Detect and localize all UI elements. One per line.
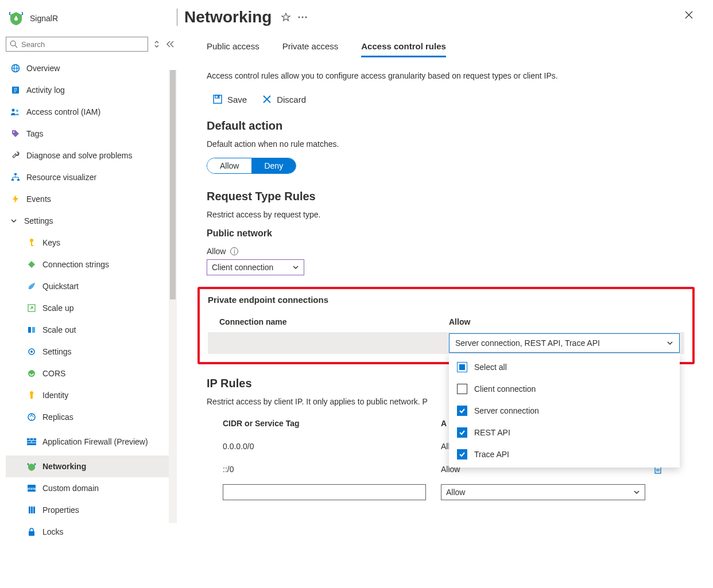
scrollbar-thumb[interactable]: [170, 70, 176, 299]
nav-quickstart[interactable]: Quickstart: [6, 275, 177, 297]
nav-label: Activity log: [26, 85, 65, 95]
nav-scale-up[interactable]: Scale up: [6, 297, 177, 319]
globe-icon: [10, 63, 21, 73]
action-select[interactable]: Allow: [441, 484, 645, 500]
tab-public-access[interactable]: Public access: [207, 41, 259, 57]
save-icon: [212, 94, 223, 104]
nav-label: Settings: [24, 216, 53, 225]
checkbox-indeterminate-icon: [457, 362, 467, 372]
dd-label: Trace API: [474, 450, 509, 459]
svg-point-38: [34, 464, 36, 465]
nav-settings-group[interactable]: Settings: [6, 210, 177, 232]
page-title: Networking: [184, 8, 272, 26]
hierarchy-icon: [10, 172, 21, 182]
collapse-sidebar-icon[interactable]: [165, 40, 175, 48]
nav-access-control[interactable]: Access control (IAM): [6, 101, 177, 123]
expand-collapse-icon[interactable]: [154, 40, 160, 49]
nav-settings[interactable]: Settings: [6, 341, 177, 363]
sidebar-nav: Overview Activity log Access control (IA…: [6, 57, 177, 543]
dd-trace-api[interactable]: Trace API: [449, 443, 680, 465]
save-button[interactable]: Save: [212, 94, 247, 104]
svg-rect-1: [16, 16, 17, 18]
nav-resource-visualizer[interactable]: Resource visualizer: [6, 166, 177, 188]
scale-out-icon: [26, 325, 37, 335]
nav-label: Identity: [42, 391, 68, 400]
nav-cors[interactable]: CORS: [6, 363, 177, 384]
ip-rule-new-row: Allow: [207, 481, 690, 504]
nav-diagnose[interactable]: Diagnose and solve problems: [6, 145, 177, 166]
nav-activity-log[interactable]: Activity log: [6, 79, 177, 101]
nav-connection-strings[interactable]: Connection strings: [6, 254, 177, 275]
tab-access-control-rules[interactable]: Access control rules: [361, 41, 446, 57]
deny-pill[interactable]: Deny: [251, 158, 296, 173]
nav-label: Events: [26, 194, 51, 204]
svg-rect-29: [30, 394, 33, 399]
cidr-input[interactable]: [223, 484, 426, 500]
checkbox-checked-icon: [457, 406, 467, 416]
svg-rect-43: [33, 507, 35, 513]
private-endpoint-row: Server connection, REST API, Trace API S…: [208, 332, 684, 354]
nav-events[interactable]: Events: [6, 188, 177, 210]
nav-replicas[interactable]: Replicas: [6, 406, 177, 428]
search-input[interactable]: [21, 40, 144, 49]
nav-overview[interactable]: Overview: [6, 57, 177, 79]
more-icon[interactable]: [298, 16, 307, 18]
nav-identity[interactable]: Identity: [6, 384, 177, 406]
nav-app-firewall[interactable]: Application Firewall (Preview): [6, 428, 177, 455]
select-value: Server connection, REST API, Trace API: [455, 338, 600, 348]
allow-pill[interactable]: Allow: [207, 158, 251, 173]
allow-dropdown: Server connection, REST API, Trace API S…: [449, 333, 680, 353]
sidebar-scrollbar[interactable]: [169, 70, 177, 523]
svg-point-45: [299, 17, 300, 18]
dd-select-all[interactable]: Select all: [449, 356, 680, 378]
cidr-value: ::/0: [223, 465, 441, 474]
svg-rect-42: [31, 507, 33, 513]
dd-label: REST API: [474, 428, 510, 437]
info-icon[interactable]: i: [230, 247, 238, 255]
request-type-heading: Request Type Rules: [207, 190, 690, 203]
nav-scale-out[interactable]: Scale out: [6, 319, 177, 341]
people-icon: [10, 107, 21, 117]
svg-rect-17: [11, 179, 14, 181]
svg-line-5: [15, 45, 17, 48]
tabs: Public access Private access Access cont…: [177, 41, 713, 57]
discard-button[interactable]: Discard: [262, 94, 306, 104]
cors-icon: [26, 368, 37, 379]
col-allow: Allow: [449, 317, 470, 326]
nav-networking[interactable]: Networking: [6, 455, 177, 477]
nav-locks[interactable]: Locks: [6, 521, 177, 543]
wrench-icon: [10, 150, 21, 161]
dd-rest-api[interactable]: REST API: [449, 422, 680, 443]
nav-label: Keys: [42, 238, 60, 247]
favorite-star-icon[interactable]: [281, 12, 291, 22]
firewall-icon: [26, 437, 37, 447]
nav-label: Locks: [42, 527, 64, 536]
nav-label: CORS: [42, 369, 65, 378]
dd-server-connection[interactable]: Server connection: [449, 400, 680, 422]
tab-private-access[interactable]: Private access: [282, 41, 339, 57]
request-type-desc: Restrict access by request type.: [207, 210, 690, 219]
public-allow-select[interactable]: Client connection: [207, 259, 304, 275]
svg-point-14: [16, 110, 18, 112]
public-network-heading: Public network: [207, 228, 690, 239]
nav-custom-domain[interactable]: www Custom domain: [6, 477, 177, 499]
connection-icon: [26, 259, 37, 270]
tag-icon: [10, 128, 21, 139]
sidebar-search[interactable]: [6, 37, 148, 52]
nav-keys[interactable]: Keys: [6, 232, 177, 254]
nav-label: Properties: [42, 505, 79, 515]
close-icon[interactable]: [684, 10, 693, 20]
nav-label: Scale out: [42, 325, 76, 334]
chevron-down-icon: [292, 264, 299, 271]
chevron-down-icon: [10, 217, 18, 224]
select-value: Client connection: [212, 263, 273, 272]
nav-tags[interactable]: Tags: [6, 123, 177, 145]
discard-icon: [262, 94, 272, 104]
allow-select[interactable]: Server connection, REST API, Trace API: [449, 333, 680, 353]
nav-properties[interactable]: Properties: [6, 499, 177, 521]
nav-label: Custom domain: [42, 484, 99, 493]
dropdown-panel: Select all Client connection Server conn…: [449, 354, 680, 468]
nav-label: Application Firewall (Preview): [42, 437, 148, 447]
main-panel: Networking Public access Private access …: [177, 0, 713, 588]
dd-client-connection[interactable]: Client connection: [449, 378, 680, 400]
